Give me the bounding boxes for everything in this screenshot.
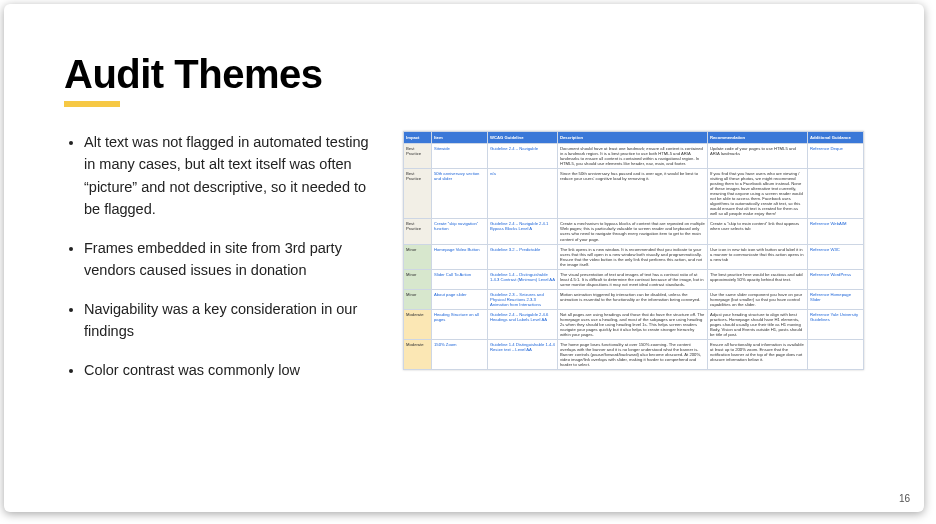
bullet-item: Alt text was not flagged in automated te… xyxy=(84,131,383,221)
title-underline xyxy=(64,101,120,107)
td-guideline: Guideline 1.4 Distinguishable 1.4.4 Resi… xyxy=(488,340,558,370)
th-guideline: WCAG Guideline xyxy=(488,132,558,144)
td-additional: Reference Yale University Guidelines xyxy=(808,309,864,339)
td-impact: Moderate xyxy=(404,309,432,339)
table-row: Best Practice50th anniversary section an… xyxy=(404,169,864,219)
content-area: Alt text was not flagged in automated te… xyxy=(64,131,864,482)
th-item: Item xyxy=(432,132,488,144)
td-item: 150% Zoom xyxy=(432,340,488,370)
th-additional: Additional Guidance xyxy=(808,132,864,144)
td-recommendation: Use icon in new tab icon with button and… xyxy=(708,244,808,269)
slide-title: Audit Themes xyxy=(64,52,864,97)
td-impact: Minor xyxy=(404,289,432,309)
table-row: MinorHomepage Video ButtonGuideline 3.2 … xyxy=(404,244,864,269)
td-impact: Minor xyxy=(404,269,432,289)
td-description: Not all pages are using headings and tho… xyxy=(558,309,708,339)
td-additional: Reference WebAIM xyxy=(808,219,864,244)
td-item: Homepage Video Button xyxy=(432,244,488,269)
td-description: The home page loses functionality at ove… xyxy=(558,340,708,370)
td-item: Create “skip navigation” function xyxy=(432,219,488,244)
td-description: Since the 50th anniversary has passed an… xyxy=(558,169,708,219)
bullet-item: Color contrast was commonly low xyxy=(84,359,383,381)
page-number: 16 xyxy=(899,493,910,504)
table-preview: Impact Item WCAG Guideline Description R… xyxy=(403,131,864,482)
td-description: Document should have at least one landma… xyxy=(558,144,708,169)
td-impact: Moderate xyxy=(404,340,432,370)
table-row: Best PracticeCreate “skip navigation” fu… xyxy=(404,219,864,244)
bullet-list: Alt text was not flagged in automated te… xyxy=(64,131,383,482)
td-guideline: Guideline 2.3 – Seizures and Physical Re… xyxy=(488,289,558,309)
td-recommendation: Ensure all functionality and information… xyxy=(708,340,808,370)
td-item: About page slider xyxy=(432,289,488,309)
bullet-item: Frames embedded in site from 3rd party v… xyxy=(84,237,383,282)
td-impact: Best Practice xyxy=(404,219,432,244)
slide: Audit Themes Alt text was not flagged in… xyxy=(4,4,924,512)
td-item: Sitewide xyxy=(432,144,488,169)
th-description: Description xyxy=(558,132,708,144)
td-impact: Minor xyxy=(404,244,432,269)
td-description: Motion animation triggered by interactio… xyxy=(558,289,708,309)
table-row: MinorSlider Call To ActionGuideline 1.4 … xyxy=(404,269,864,289)
td-guideline: Guideline 1.4 – Distinguishable 1.4.3 Co… xyxy=(488,269,558,289)
td-recommendation: Adjust your heading structure to align w… xyxy=(708,309,808,339)
audit-table: Impact Item WCAG Guideline Description R… xyxy=(403,131,864,370)
table-header-row: Impact Item WCAG Guideline Description R… xyxy=(404,132,864,144)
td-recommendation: Create a “skip to main content” link tha… xyxy=(708,219,808,244)
th-recommendation: Recommendation xyxy=(708,132,808,144)
table-row: Moderate150% ZoomGuideline 1.4 Distingui… xyxy=(404,340,864,370)
td-guideline: Guideline 2.4 – Navigable 2.4.1 Bypass B… xyxy=(488,219,558,244)
td-additional: Reference Homepage Slider xyxy=(808,289,864,309)
td-item: Heading Structure on all pages xyxy=(432,309,488,339)
td-additional: Reference W3C xyxy=(808,244,864,269)
table-row: Best PracticeSitewideGuideline 2.4 – Nav… xyxy=(404,144,864,169)
td-description: Create a mechanism to bypass blocks of c… xyxy=(558,219,708,244)
td-guideline: Guideline 2.4 – Navigable 2.4.6 Headings… xyxy=(488,309,558,339)
td-recommendation: Update code of your pages to use HTML5 a… xyxy=(708,144,808,169)
th-impact: Impact xyxy=(404,132,432,144)
td-additional xyxy=(808,340,864,370)
table-row: ModerateHeading Structure on all pagesGu… xyxy=(404,309,864,339)
td-recommendation: Use the same slider component you have o… xyxy=(708,289,808,309)
bullet-item: Navigability was a key consideration in … xyxy=(84,298,383,343)
td-description: The link opens in a new window. It is re… xyxy=(558,244,708,269)
td-additional xyxy=(808,169,864,219)
td-item: Slider Call To Action xyxy=(432,269,488,289)
td-guideline: Guideline 3.2 – Predictable xyxy=(488,244,558,269)
td-additional: Reference Deque xyxy=(808,144,864,169)
table-row: MinorAbout page sliderGuideline 2.3 – Se… xyxy=(404,289,864,309)
td-impact: Best Practice xyxy=(404,144,432,169)
td-recommendation: The best practice here would be cautious… xyxy=(708,269,808,289)
td-item: 50th anniversary section and slider xyxy=(432,169,488,219)
td-guideline: n/a xyxy=(488,169,558,219)
td-impact: Best Practice xyxy=(404,169,432,219)
td-guideline: Guideline 2.4 – Navigable xyxy=(488,144,558,169)
td-additional: Reference WordPress xyxy=(808,269,864,289)
td-description: The visual presentation of text and imag… xyxy=(558,269,708,289)
td-recommendation: If you find that you have users who are … xyxy=(708,169,808,219)
